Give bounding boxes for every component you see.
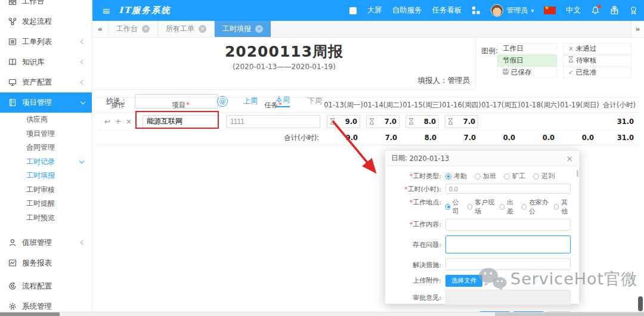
day-cell-01-15[interactable]: 8.0 — [405, 115, 439, 128]
chevron-down-icon — [80, 99, 85, 104]
sidebar-item-ticket-list[interactable]: 工单列表 — [0, 32, 92, 52]
col-header-task: 任务* — [222, 98, 324, 112]
top-header: ≡ IT服务系统 大屏 自助服务 任务看板 管理员 ▾ ★ 中文 — [92, 0, 644, 21]
solution-input[interactable] — [445, 258, 571, 270]
dashboard-icon[interactable] — [472, 6, 481, 15]
sidebar-subitem-time-review[interactable]: 工时审核 — [0, 183, 92, 197]
col-header-day: 01-13(周一) — [324, 98, 363, 112]
notification-badge — [597, 5, 601, 8]
tab-bar: « 工作台 × 所有工单 × 工时填报 × » — [92, 21, 644, 38]
check-icon: ✓ — [568, 69, 574, 76]
day-cell-01-13[interactable]: 9.0 — [327, 115, 360, 128]
legend-label: 图例: — [481, 46, 498, 56]
problem-input[interactable] — [445, 236, 571, 253]
modal-date-label: 日期: — [391, 154, 407, 163]
scrollbar-thumb[interactable] — [495, 312, 644, 316]
sidebar-subitem-supplier[interactable]: 供应商 — [0, 113, 92, 127]
china-flag-icon[interactable]: ★ — [544, 7, 556, 14]
process-gear-icon — [8, 282, 17, 290]
project-icon — [8, 98, 17, 107]
row-total: 31.0 — [599, 113, 639, 130]
tab-all-tickets[interactable]: 所有工单 × — [158, 21, 215, 37]
day-cell-01-19[interactable] — [560, 113, 599, 130]
sidebar-item-system-management[interactable]: 系统管理 — [0, 296, 92, 312]
close-tab-icon[interactable]: × — [255, 25, 263, 33]
list-icon — [8, 38, 17, 46]
radio-attendance[interactable]: 考勤 — [445, 172, 467, 181]
radio-absent[interactable]: 旷工 — [504, 172, 525, 181]
scrollbar-thumb[interactable] — [0, 312, 60, 316]
delete-row-icon[interactable]: × — [126, 117, 132, 126]
solution-row: 解决措施: — [389, 258, 571, 272]
report-title: 20200113周报 — [92, 42, 476, 61]
annotation-highlight-box — [135, 111, 219, 129]
hours-input[interactable] — [445, 184, 571, 194]
choose-file-button[interactable]: 选择文件 — [445, 275, 482, 287]
vertical-scrollbar-thumb[interactable] — [638, 296, 643, 311]
legend: 图例: 工作日 节假日 已保存 ×未通过 待审核 ✓已批准 — [475, 38, 640, 89]
fullscreen-icon[interactable] — [349, 7, 357, 14]
work-content-input[interactable] — [445, 219, 571, 231]
tab-time-entry[interactable]: 工时填报 × — [215, 21, 271, 37]
sidebar-item-start-process[interactable]: 发起流程 — [0, 11, 92, 32]
sidebar-item-asset-config[interactable]: 资产配置 — [0, 72, 92, 92]
tabs-scroll-right[interactable]: » — [631, 21, 644, 37]
tab-workbench[interactable]: 工作台 × — [109, 21, 158, 37]
task-input[interactable] — [226, 115, 320, 128]
sidebar-item-label: 系统管理 — [22, 302, 85, 312]
bell-icon[interactable] — [591, 6, 600, 15]
radio-home-office[interactable]: 在家办公 — [522, 198, 549, 216]
close-icon[interactable]: × — [566, 154, 573, 163]
hourglass-icon — [568, 57, 574, 64]
approval-row: 审批意见: — [389, 290, 571, 307]
sidebar-item-duty-management[interactable]: 值班管理 — [0, 233, 92, 253]
radio-overtime[interactable]: 加班 — [475, 172, 496, 181]
medal-icon[interactable] — [629, 6, 638, 15]
reporter-info: 填报人：管理员 — [418, 76, 470, 86]
day-cell-01-18[interactable] — [521, 113, 560, 130]
radio-late[interactable]: 迟到 — [533, 172, 555, 181]
chevron-left-icon — [80, 240, 85, 245]
day-cell-01-16[interactable]: 7.0 — [445, 115, 478, 128]
sidebar-subitem-time-entry[interactable]: 工时填报 — [0, 169, 92, 183]
sidebar-subitem-time-reminder[interactable]: 工时提醒 — [0, 197, 92, 211]
radio-other[interactable]: 其他 — [554, 198, 571, 216]
gift-icon[interactable] — [610, 6, 619, 15]
footer-day-total: 7.0 — [442, 131, 481, 145]
close-tab-icon[interactable]: × — [199, 25, 206, 33]
sidebar-item-label: 服务报表 — [22, 258, 85, 268]
sidebar-subitem-project-mgmt[interactable]: 项目管理 — [0, 127, 92, 141]
nav-self-service[interactable]: 自助服务 — [392, 5, 422, 16]
undo-icon[interactable]: ↩ — [104, 117, 110, 126]
footer-day-total: 0.0 — [560, 131, 599, 145]
language-switch[interactable]: 中文 — [566, 5, 581, 16]
nav-task-board[interactable]: 任务看板 — [432, 5, 462, 16]
modal-scrollbar-thumb[interactable] — [577, 170, 578, 177]
sidebar-subitem-time-preview[interactable]: 工时预览 — [0, 211, 92, 225]
sidebar-item-process-config[interactable]: 流程配置 — [0, 276, 92, 296]
col-header-total: 合计(小时) — [599, 98, 639, 112]
sidebar-item-label: 知识库 — [22, 57, 81, 67]
sidebar-subitem-time-record[interactable]: 工时记录 — [0, 155, 92, 169]
radio-company[interactable]: 公司 — [445, 198, 462, 216]
col-header-day: 01-17(周五) — [481, 98, 521, 112]
sidebar-item-service-report[interactable]: 服务报表 — [0, 253, 92, 273]
user-name: 管理员 — [506, 5, 528, 16]
tabs-scroll-left[interactable]: « — [92, 21, 109, 37]
radio-business-trip[interactable]: 出差 — [500, 198, 516, 216]
hourglass-icon — [448, 118, 453, 125]
sidebar-item-knowledge-base[interactable]: 知识库 — [0, 52, 92, 72]
sidebar-item-workbench[interactable]: 工作台 — [0, 0, 92, 11]
user-menu[interactable]: 管理员 ▾ — [491, 4, 534, 17]
day-cell-01-17[interactable] — [481, 113, 521, 130]
sidebar-item-project-management[interactable]: 项目管理 — [0, 92, 92, 113]
radio-client-site[interactable]: 客户现场 — [467, 198, 494, 216]
hamburger-menu-icon[interactable]: ≡ — [102, 5, 110, 17]
flow-icon — [8, 17, 17, 26]
day-cell-01-14[interactable]: 7.0 — [366, 115, 400, 128]
nav-big-screen[interactable]: 大屏 — [367, 5, 382, 16]
horizontal-scrollbar[interactable] — [0, 312, 644, 316]
sidebar-subitem-contract-mgmt[interactable]: 合同管理 — [0, 141, 92, 155]
add-row-icon[interactable]: + — [115, 117, 121, 126]
close-tab-icon[interactable]: × — [142, 25, 150, 33]
